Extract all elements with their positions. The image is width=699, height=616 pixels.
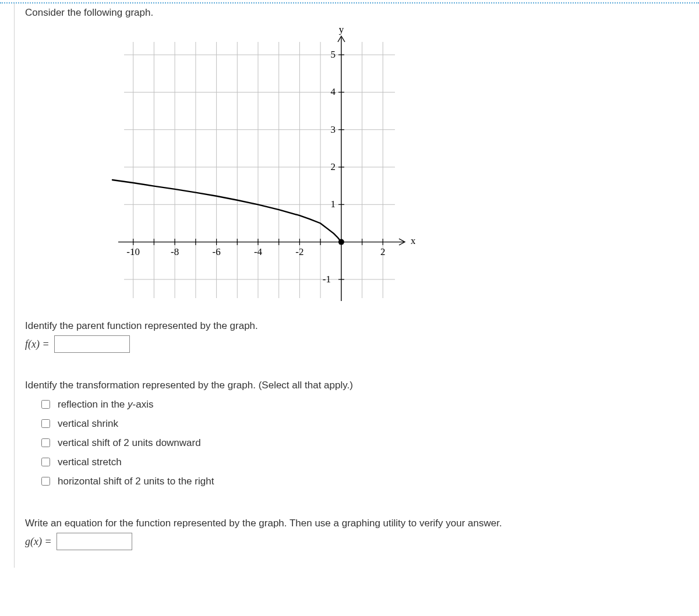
q2-options: reflection in the y-axis vertical shrink… [39,395,691,491]
xtick-1: -8 [171,246,179,257]
q1-prompt: Identify the parent function represented… [25,320,691,332]
problem-content: Consider the following graph. [14,3,699,568]
graph-figure: y x -10 -8 -6 -4 -2 2 5 4 3 2 1 -1 [101,24,415,310]
curve-path [112,180,341,242]
q2-option-label-3: vertical stretch [58,456,122,468]
q2-option-label-2: vertical shift of 2 units downward [58,437,201,449]
axis-labels: y x -10 -8 -6 -4 -2 2 5 4 3 2 1 -1 [126,24,415,285]
ytick-5: 5 [331,49,336,60]
xtick-2: -6 [213,246,221,257]
ytick-4: 4 [331,86,336,97]
graph-svg: y x -10 -8 -6 -4 -2 2 5 4 3 2 1 -1 [101,24,415,310]
q1-answer-row: f(x) = [25,335,691,353]
xtick-3: -4 [254,246,263,257]
q1-answer-input[interactable] [54,335,130,353]
intro-text: Consider the following graph. [25,3,691,24]
ytick-2: 2 [331,161,336,172]
q2-option-2[interactable]: vertical shift of 2 units downward [39,433,691,452]
xtick-4: -2 [295,246,303,257]
q2-checkbox-1[interactable] [41,419,50,428]
ytick-0: -1 [323,274,331,285]
q2-option-3[interactable]: vertical stretch [39,452,691,472]
ytick-3: 3 [331,124,336,135]
q3-answer-input[interactable] [57,533,132,550]
grid-vertical [133,42,383,298]
q2-checkbox-2[interactable] [41,438,50,447]
q2-checkbox-3[interactable] [41,458,50,466]
xtick-0: -10 [126,246,140,257]
q3-lhs: g(x) = [25,536,52,548]
q2-prompt: Identify the transformation represented … [25,380,691,391]
x-axis-label: x [411,235,415,246]
q2-option-label-4: horizontal shift of 2 units to the right [58,476,214,487]
y-axis-label: y [339,24,344,35]
q2-option-label-0: reflection in the y-axis [58,399,153,410]
q2-option-label-1: vertical shrink [58,418,118,430]
ytick-1: 1 [331,199,336,210]
q2-option-0[interactable]: reflection in the y-axis [39,395,691,414]
q2-checkbox-4[interactable] [41,477,50,486]
q2-option-1[interactable]: vertical shrink [39,414,691,433]
q1-lhs: f(x) = [25,338,50,351]
q2-checkbox-0[interactable] [41,400,50,409]
q2-option-4[interactable]: horizontal shift of 2 units to the right [39,472,691,491]
q3-answer-row: g(x) = [25,533,691,550]
q3-prompt: Write an equation for the function repre… [25,518,691,529]
endpoint-dot [338,239,344,245]
xtick-5: 2 [380,246,386,257]
